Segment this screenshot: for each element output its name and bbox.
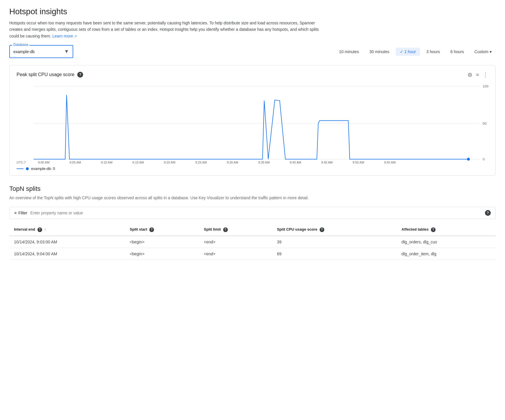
svg-text:9:45 AM: 9:45 AM (321, 161, 333, 164)
time-btn-30min[interactable]: 30 minutes (365, 48, 393, 56)
cell-split-limit-0: <end> (199, 236, 272, 248)
chart-header: Peak split CPU usage score ? ⊜ ≈ ⋮ (17, 71, 488, 78)
filter-button[interactable]: ≡ Filter (14, 211, 27, 215)
time-btn-6hours[interactable]: 6 hours (446, 48, 468, 56)
th-split-start: Split start ? (125, 224, 199, 236)
cell-split-limit-1: <end> (199, 248, 272, 260)
th-split-limit-help[interactable]: ? (223, 227, 228, 232)
filter-label: Filter (18, 211, 27, 215)
cell-cpu-score-0: 39 (272, 236, 397, 248)
filter-left: ≡ Filter (14, 211, 117, 215)
th-split-limit: Split limit ? (199, 224, 272, 236)
table-row: 10/14/2024, 9:04:00 AM <begin> <end> 69 … (9, 248, 496, 260)
cell-split-start-1: <begin> (125, 248, 199, 260)
svg-text:9:10 AM: 9:10 AM (101, 161, 112, 164)
svg-text:9:30 AM: 9:30 AM (227, 161, 238, 164)
svg-text:9:40 AM: 9:40 AM (290, 161, 301, 164)
svg-text:9:50 AM: 9:50 AM (352, 161, 364, 164)
chart-title-group: Peak split CPU usage score ? (17, 72, 83, 78)
chart-container: 100 50 0 UTC-7 9:00 AM 9:05 AM 9:10 AM 9… (17, 83, 488, 164)
controls-row: Database example-db ▼ 10 minutes 30 minu… (9, 45, 496, 58)
legend-dot-icon (26, 167, 29, 170)
th-interval-end-sort-icon[interactable]: ↑ (44, 227, 46, 231)
cell-interval-end-1: 10/14/2024, 9:04:00 AM (9, 248, 125, 260)
svg-point-19 (467, 158, 470, 161)
chart-svg: 100 50 0 UTC-7 9:00 AM 9:05 AM 9:10 AM 9… (17, 83, 488, 164)
time-btn-custom[interactable]: Custom ▾ (470, 48, 496, 56)
filter-help-icon[interactable]: ? (485, 210, 491, 216)
svg-text:9:15 AM: 9:15 AM (132, 161, 144, 164)
database-selector[interactable]: Database example-db ▼ (9, 45, 73, 58)
chart-card: Peak split CPU usage score ? ⊜ ≈ ⋮ 100 5… (9, 65, 496, 176)
th-split-start-help[interactable]: ? (149, 227, 154, 232)
cell-interval-end-0: 10/14/2024, 9:03:00 AM (9, 236, 125, 248)
legend-line-icon (17, 168, 24, 169)
table-row: 10/14/2024, 9:03:00 AM <begin> <end> 39 … (9, 236, 496, 248)
time-btn-3hours[interactable]: 3 hours (422, 48, 444, 56)
chart-more-icon[interactable]: ⋮ (483, 71, 488, 78)
chart-lines-icon[interactable]: ⊜ (468, 71, 472, 78)
database-label: Database (12, 43, 29, 47)
svg-text:50: 50 (483, 121, 487, 125)
page-title: Hotspot insights (9, 7, 496, 16)
dropdown-arrow-icon: ▼ (64, 49, 69, 55)
table-header: Interval end ? ↑ Split start ? Split lim… (9, 224, 496, 236)
database-dropdown[interactable]: example-db ▼ (13, 47, 69, 56)
cell-split-start-0: <begin> (125, 236, 199, 248)
th-cpu-score: Split CPU usage score ? (272, 224, 397, 236)
page-description: Hotspots occur when too many requests ha… (9, 20, 329, 39)
chart-legend-label: example-db: 0 (31, 166, 55, 171)
time-btn-10min[interactable]: 10 minutes (335, 48, 363, 56)
filter-lines-icon: ≡ (14, 211, 17, 215)
table-body: 10/14/2024, 9:03:00 AM <begin> <end> 39 … (9, 236, 496, 260)
th-affected-tables: Affected tables ? (397, 224, 496, 236)
svg-text:9:25 AM: 9:25 AM (195, 161, 207, 164)
svg-text:9:20 AM: 9:20 AM (164, 161, 176, 164)
svg-text:9:00 AM: 9:00 AM (38, 161, 50, 164)
th-cpu-score-help[interactable]: ? (320, 227, 324, 232)
time-range-selector: 10 minutes 30 minutes ✓ 1 hour 3 hours 6… (335, 48, 496, 56)
svg-text:100: 100 (483, 84, 488, 88)
topn-title: TopN splits (9, 185, 496, 193)
svg-text:0: 0 (483, 157, 485, 161)
cell-cpu-score-1: 69 (272, 248, 397, 260)
filter-input[interactable] (30, 211, 117, 215)
chart-graph-icon[interactable]: ≈ (476, 71, 479, 78)
time-btn-1hour[interactable]: ✓ 1 hour (396, 48, 420, 56)
svg-text:9:35 AM: 9:35 AM (258, 161, 270, 164)
th-affected-tables-help[interactable]: ? (431, 227, 436, 232)
chart-actions: ⊜ ≈ ⋮ (468, 71, 488, 78)
chart-title: Peak split CPU usage score (17, 72, 74, 77)
svg-text:9:55 AM: 9:55 AM (384, 161, 396, 164)
chart-help-icon[interactable]: ? (77, 72, 83, 78)
chart-legend: example-db: 0 (17, 166, 488, 171)
th-interval-end-help[interactable]: ? (37, 227, 42, 232)
filter-bar: ≡ Filter ? (9, 207, 496, 219)
topn-table: Interval end ? ↑ Split start ? Split lim… (9, 224, 496, 260)
topn-section: TopN splits An overview of the TopN spli… (9, 185, 496, 260)
svg-text:9:05 AM: 9:05 AM (69, 161, 81, 164)
topn-description: An overview of the TopN splits with high… (9, 195, 496, 201)
th-interval-end: Interval end ? ↑ (9, 224, 125, 236)
custom-arrow-icon: ▾ (490, 49, 492, 54)
cell-affected-tables-0: dlg_orders, dlg_cus (397, 236, 496, 248)
database-selected-value: example-db (13, 49, 35, 54)
cell-affected-tables-1: dlg_order_item, dlg (397, 248, 496, 260)
learn-more-link[interactable]: Learn more (52, 34, 77, 38)
svg-text:UTC-7: UTC-7 (17, 161, 26, 164)
